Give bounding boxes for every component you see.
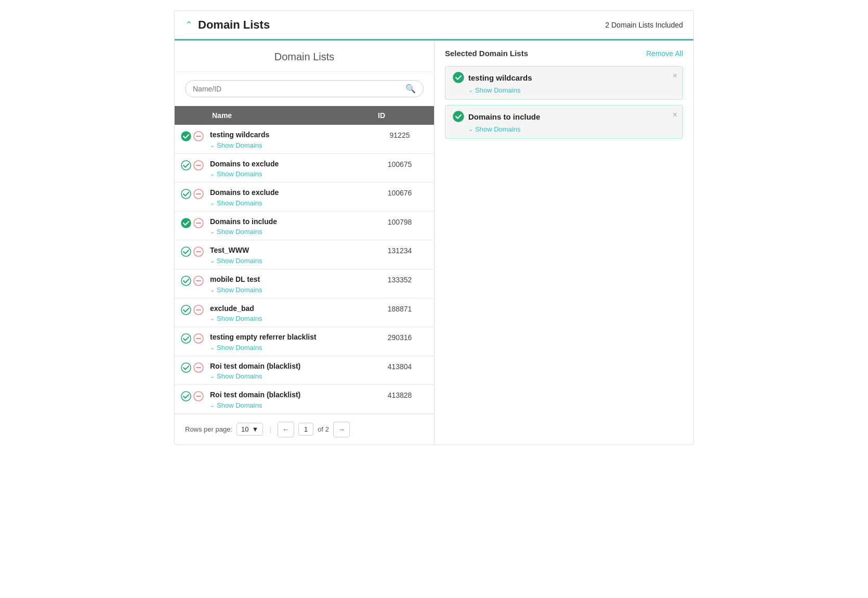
- show-domains-link[interactable]: ⌄ Show Domains: [210, 315, 262, 322]
- row-minus-icon[interactable]: [193, 362, 204, 373]
- prev-page-button[interactable]: ←: [278, 422, 294, 437]
- row-check-icon[interactable]: [181, 276, 191, 286]
- row-name: Test_WWW: [210, 245, 367, 256]
- row-minus-icon[interactable]: [193, 391, 204, 401]
- rows-per-page-select[interactable]: 10 ▼: [236, 423, 263, 436]
- row-check-icon[interactable]: [181, 189, 191, 199]
- show-domains-chevron-icon: ⌄: [210, 344, 215, 351]
- row-controls: [175, 390, 206, 401]
- panel-count: 2 Domain Lists Included: [606, 21, 683, 29]
- row-content: Roi test domain (blacklist) ⌄ Show Domai…: [206, 361, 372, 381]
- row-id: 188871: [372, 304, 434, 313]
- show-domains-label: Show Domains: [217, 344, 262, 352]
- svg-point-6: [181, 189, 191, 199]
- selected-item-close-button[interactable]: ×: [673, 72, 677, 80]
- row-minus-icon[interactable]: [193, 160, 204, 171]
- show-domains-link[interactable]: ⌄ Show Domains: [210, 344, 262, 352]
- show-domains-chevron-icon: ⌄: [210, 228, 215, 235]
- collapse-icon[interactable]: ⌃: [185, 20, 193, 30]
- selected-item-header: testing wildcards: [453, 72, 675, 83]
- show-domains-label: Show Domains: [217, 141, 262, 149]
- row-check-icon[interactable]: [181, 305, 191, 315]
- selected-check-icon: [453, 72, 464, 83]
- row-minus-icon[interactable]: [193, 246, 204, 257]
- row-check-icon[interactable]: [181, 218, 191, 228]
- row-check-icon[interactable]: [181, 246, 191, 257]
- row-check-icon[interactable]: [181, 333, 191, 344]
- show-domains-label: Show Domains: [217, 199, 262, 207]
- row-name: Roi test domain (blacklist): [210, 361, 367, 372]
- row-id: 413804: [372, 361, 434, 371]
- svg-point-12: [181, 247, 191, 256]
- table-row: Roi test domain (blacklist) ⌄ Show Domai…: [175, 385, 434, 414]
- show-domains-link[interactable]: ⌄ Show Domains: [210, 170, 262, 178]
- selected-show-domains-link[interactable]: ⌄ Show Domains: [468, 125, 520, 133]
- row-content: Domains to include ⌄ Show Domains: [206, 217, 372, 236]
- row-content: testing empty referrer blacklist ⌄ Show …: [206, 332, 372, 352]
- search-input[interactable]: [193, 85, 401, 93]
- row-check-icon[interactable]: [181, 131, 191, 141]
- row-content: Domains to exclude ⌄ Show Domains: [206, 188, 372, 207]
- show-domains-label: Show Domains: [217, 286, 262, 294]
- show-domains-link[interactable]: ⌄ Show Domains: [210, 401, 262, 409]
- row-name: testing wildcards: [210, 130, 367, 140]
- row-minus-icon[interactable]: [193, 333, 204, 344]
- show-domains-link[interactable]: ⌄ Show Domains: [210, 286, 262, 294]
- search-icon: 🔍: [405, 84, 416, 94]
- th-checkbox: [175, 106, 206, 125]
- selected-check-icon: [453, 111, 464, 122]
- show-domains-label: Show Domains: [217, 170, 262, 178]
- right-panel: Selected Domain Lists Remove All testing…: [435, 41, 693, 445]
- show-domains-link[interactable]: ⌄ Show Domains: [210, 372, 262, 380]
- selected-title: Selected Domain Lists: [445, 49, 528, 58]
- table-row: Domains to exclude ⌄ Show Domains 100676: [175, 183, 434, 212]
- row-controls: [175, 217, 206, 228]
- svg-point-31: [453, 111, 464, 122]
- row-minus-icon[interactable]: [193, 305, 204, 315]
- table-row: testing empty referrer blacklist ⌄ Show …: [175, 327, 434, 356]
- row-minus-icon[interactable]: [193, 276, 204, 286]
- show-domains-link[interactable]: ⌄ Show Domains: [210, 141, 262, 149]
- row-content: Test_WWW ⌄ Show Domains: [206, 245, 372, 265]
- show-domains-chevron-icon: ⌄: [210, 287, 215, 293]
- row-content: exclude_bad ⌄ Show Domains: [206, 304, 372, 323]
- row-check-icon[interactable]: [181, 362, 191, 373]
- svg-point-0: [181, 132, 191, 141]
- row-minus-icon[interactable]: [193, 189, 204, 199]
- row-minus-icon[interactable]: [193, 218, 204, 228]
- row-id: 100676: [372, 188, 434, 197]
- row-name: Domains to exclude: [210, 159, 367, 170]
- show-domains-link[interactable]: ⌄ Show Domains: [210, 199, 262, 207]
- selected-show-domains-link[interactable]: ⌄ Show Domains: [468, 86, 520, 94]
- table-header: Name ID: [175, 106, 434, 125]
- selected-item-name: Domains to include: [468, 112, 540, 121]
- pagination-separator: |: [269, 425, 271, 434]
- show-domains-link[interactable]: ⌄ Show Domains: [210, 257, 262, 265]
- svg-point-24: [181, 363, 191, 372]
- pagination: Rows per page: 10 ▼ | ← 1 of 2 →: [175, 414, 434, 445]
- selected-item-name: testing wildcards: [468, 73, 532, 82]
- selected-item: Domains to include × ⌄ Show Domains: [445, 105, 683, 139]
- show-domains-link[interactable]: ⌄ Show Domains: [210, 228, 262, 236]
- row-content: testing wildcards ⌄ Show Domains: [206, 130, 372, 149]
- panel-body: Domain Lists 🔍 Name ID: [175, 41, 693, 445]
- row-minus-icon[interactable]: [193, 131, 204, 141]
- row-id: 133352: [372, 275, 434, 284]
- table-row: testing wildcards ⌄ Show Domains 91225: [175, 125, 434, 154]
- selected-item-close-button[interactable]: ×: [673, 111, 677, 119]
- table-row: mobile DL test ⌄ Show Domains 133352: [175, 269, 434, 298]
- table-row: Domains to exclude ⌄ Show Domains 100675: [175, 154, 434, 183]
- table-row: Domains to include ⌄ Show Domains 100798: [175, 212, 434, 241]
- remove-all-button[interactable]: Remove All: [646, 49, 683, 58]
- row-check-icon[interactable]: [181, 391, 191, 401]
- row-check-icon[interactable]: [181, 160, 191, 171]
- rows-per-page-value: 10: [241, 425, 248, 433]
- next-page-button[interactable]: →: [333, 422, 350, 437]
- row-name: mobile DL test: [210, 275, 367, 285]
- row-id: 100798: [372, 217, 434, 226]
- show-domains-chevron-icon: ⌄: [210, 257, 215, 264]
- row-name: Domains to exclude: [210, 188, 367, 198]
- row-controls: [175, 275, 206, 286]
- panel-title: Domain Lists: [198, 18, 270, 32]
- row-controls: [175, 130, 206, 141]
